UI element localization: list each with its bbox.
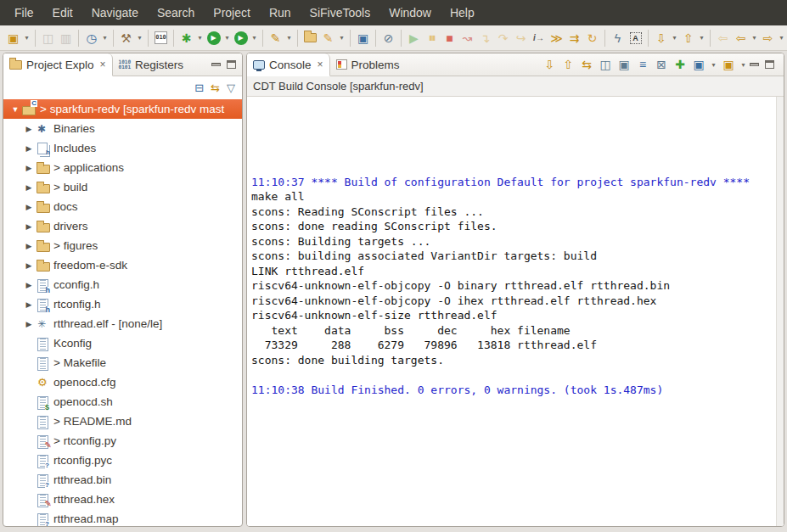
tree-item[interactable]: > Makefile: [3, 353, 242, 372]
profile-timer-icon[interactable]: ◷: [82, 28, 100, 48]
close-icon[interactable]: ×: [316, 59, 323, 70]
save-all-icon[interactable]: ▥: [57, 28, 75, 48]
dropdown-arrow-icon[interactable]: ▾: [222, 28, 232, 48]
save-output-icon[interactable]: ◫: [597, 54, 614, 75]
maximize-icon[interactable]: [227, 60, 236, 69]
tree-item[interactable]: openocd.sh: [3, 392, 242, 412]
expander-icon[interactable]: ▶: [22, 242, 36, 250]
step-marker-icon[interactable]: ↝: [458, 28, 476, 48]
tree-item[interactable]: Kconfig: [3, 333, 242, 353]
clear-console-icon[interactable]: ⊠: [653, 54, 670, 75]
maximize-icon[interactable]: [765, 60, 774, 69]
expander-icon[interactable]: ▶: [22, 281, 36, 289]
forward-icon[interactable]: ⇨: [759, 28, 777, 48]
expander-icon[interactable]: ▶: [22, 261, 36, 270]
profile-run-icon[interactable]: ▶: [232, 28, 250, 48]
dropdown-arrow-icon[interactable]: ▾: [750, 28, 759, 48]
dropdown-arrow-icon[interactable]: ▾: [250, 28, 259, 48]
terminate-icon[interactable]: ■: [441, 28, 458, 48]
tree-item[interactable]: > rtconfig.py: [3, 431, 242, 451]
last-edit-location-icon[interactable]: ⇦: [714, 28, 732, 48]
minimize-icon[interactable]: [750, 63, 759, 66]
open-console-icon[interactable]: ▣: [720, 54, 737, 75]
dropdown-arrow-icon[interactable]: ▾: [709, 54, 718, 75]
expander-icon[interactable]: ▶: [22, 320, 36, 328]
fetch-down-icon[interactable]: ⇩: [652, 28, 670, 48]
tree-item[interactable]: ▶ Includes: [3, 138, 242, 158]
highlight-pen-icon[interactable]: ✎: [319, 28, 337, 48]
build-icon[interactable]: ⚒: [117, 28, 135, 48]
dropdown-arrow-icon[interactable]: ▾: [22, 28, 31, 48]
dropdown-arrow-icon[interactable]: ▾: [195, 28, 205, 48]
tree-item[interactable]: > README.md: [3, 412, 242, 431]
step-return-icon[interactable]: ↪: [512, 28, 530, 48]
menu-item[interactable]: Run: [260, 6, 301, 20]
dropdown-arrow-icon[interactable]: ▾: [100, 28, 110, 48]
external-tools-icon[interactable]: ✎: [267, 28, 284, 48]
previous-item-icon[interactable]: ⇧: [559, 54, 576, 75]
menu-item[interactable]: Project: [204, 6, 260, 20]
open-folder-icon[interactable]: [301, 28, 319, 48]
expander-icon[interactable]: ▶: [22, 183, 36, 192]
fetch-up-icon[interactable]: ⇧: [679, 28, 697, 48]
tree-item[interactable]: ▶ rtconfig.h: [3, 294, 242, 314]
menu-item[interactable]: Help: [441, 6, 484, 20]
tree-item[interactable]: ▶ > build: [3, 177, 242, 197]
expander-icon[interactable]: ▼: [8, 105, 22, 114]
step-into-icon[interactable]: ↴: [476, 28, 494, 48]
tab-registers[interactable]: 10100101 Registers: [113, 53, 189, 76]
flash-program-icon[interactable]: ϟ: [609, 28, 627, 48]
back-icon[interactable]: ⇦: [732, 28, 750, 48]
tree-item[interactable]: rtconfig.pyc: [3, 451, 242, 470]
new-binary-icon[interactable]: 010: [152, 28, 170, 48]
resume-icon[interactable]: ▶: [405, 28, 423, 48]
instruction-step-icon[interactable]: i→: [530, 28, 548, 48]
tree-item[interactable]: ▶ > applications: [3, 158, 242, 177]
pin-console-icon[interactable]: ✚: [672, 54, 689, 75]
tree-item[interactable]: ▶ > figures: [3, 236, 242, 255]
memory-view-icon[interactable]: A: [627, 28, 644, 48]
tree-item[interactable]: ▶ docs: [3, 197, 242, 216]
restart-icon[interactable]: ↻: [583, 28, 601, 48]
save-icon[interactable]: ◫: [39, 28, 57, 48]
tree-item[interactable]: ▼ > sparkfun-redv [sparkfun-redv mast: [3, 99, 242, 119]
tree-item[interactable]: ▶ drivers: [3, 216, 242, 236]
word-wrap-icon[interactable]: ≡: [634, 54, 651, 75]
menu-item[interactable]: Window: [379, 6, 441, 20]
tree-item[interactable]: rtthread.map: [3, 509, 242, 527]
dropdown-arrow-icon[interactable]: ▾: [337, 28, 346, 48]
suspend-icon[interactable]: ▮▮: [423, 28, 441, 48]
expander-icon[interactable]: ▶: [22, 144, 36, 153]
scroll-lock-icon[interactable]: ▣: [616, 54, 632, 75]
expander-icon[interactable]: ▶: [22, 164, 36, 172]
dropdown-arrow-icon[interactable]: ▾: [697, 28, 706, 48]
next-item-icon[interactable]: ⇩: [541, 54, 558, 75]
tree-item[interactable]: rtthread.bin: [3, 470, 242, 490]
tree-item[interactable]: ▶ cconfig.h: [3, 275, 242, 294]
expander-icon[interactable]: ▶: [22, 125, 36, 133]
tree-item[interactable]: ▶ rtthread.elf - [none/le]: [3, 314, 242, 333]
dropdown-arrow-icon[interactable]: ▾: [777, 28, 786, 48]
expander-icon[interactable]: ▶: [22, 203, 36, 211]
tab-problems[interactable]: Problems: [330, 53, 406, 76]
collapse-all-icon[interactable]: ⊟: [194, 81, 204, 94]
expander-icon[interactable]: ▶: [22, 300, 36, 309]
tree-item[interactable]: rtthread.hex: [3, 490, 242, 509]
menu-item[interactable]: File: [5, 6, 43, 20]
step-over-icon[interactable]: ↷: [494, 28, 512, 48]
new-wizard-icon[interactable]: ▣: [4, 28, 22, 48]
tab-console[interactable]: Console ×: [247, 53, 330, 76]
close-icon[interactable]: ×: [98, 59, 106, 70]
link-with-editor-icon[interactable]: ⇆: [211, 81, 220, 94]
console-view-icon[interactable]: ▣: [354, 28, 372, 48]
swap-console-icon[interactable]: ⇆: [578, 54, 595, 75]
display-selected-console-icon[interactable]: ▣: [690, 54, 707, 75]
skip-breakpoints-icon[interactable]: ⊘: [379, 28, 397, 48]
menu-item[interactable]: Search: [148, 6, 204, 20]
scrollbar[interactable]: [776, 97, 784, 527]
console-output[interactable]: 11:10:37 **** Build of configuration Def…: [247, 97, 784, 527]
view-menu-icon[interactable]: ▽: [227, 81, 235, 94]
dropdown-arrow-icon[interactable]: ▾: [670, 28, 679, 48]
menu-item[interactable]: Navigate: [82, 6, 148, 20]
tab-project-explorer[interactable]: Project Explo ×: [3, 53, 113, 76]
